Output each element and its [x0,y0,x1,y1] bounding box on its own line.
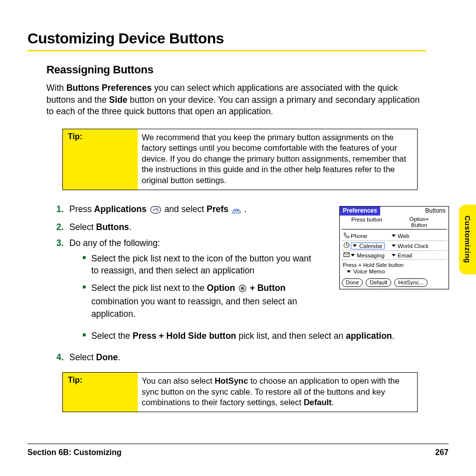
palm-picklist-web[interactable]: Web [392,233,447,239]
step-number: 3. [56,237,69,325]
chevron-down-icon [351,254,355,256]
text: . [242,204,247,214]
palm-done-button[interactable]: Done [342,278,363,287]
step-2: 2. Select Buttons. [56,221,316,234]
step-body: Select Done. [69,351,421,364]
sub-bullet-3-wrap: ■ Select the Press + Hold Side button pi… [69,327,421,347]
text: . [118,352,120,362]
svg-point-1 [156,208,157,209]
sub-bullet-2: ■ Select the pick list next to the Optio… [82,282,316,320]
tip-box-1: Tip: We recommend that you keep the prim… [62,129,418,190]
svg-point-5 [241,287,244,290]
page-footer: Section 6B: Customizing 267 [27,448,449,457]
text: With [46,83,66,93]
text-bold: Option [207,283,235,293]
title-separator [27,50,426,51]
palm-row-messaging: Messaging Email [342,251,447,260]
step-number: 2. [56,221,69,234]
step-1: 1. Press Applications and select Prefs . [56,203,316,217]
palm-header: Preferences Buttons [340,207,449,216]
sub-bullet-1: ■ Select the pick list next to the icon … [82,252,316,277]
text-bold: application [346,331,392,341]
bullet-body: Select the Press + Hold Side button pick… [91,330,421,342]
sub-bullets: ■ Select the pick list next to the icon … [82,252,316,320]
step-3: 3. Do any of the following: ■ Select the… [56,237,316,325]
text: Do any of the following: [69,238,160,248]
palm-picklist-phone[interactable]: Phone [351,233,392,239]
palm-picklist-worldclock[interactable]: World Clock [392,243,447,249]
tip-label: Tip: [63,129,138,190]
prefs-icon [232,205,241,217]
footer-section: Section 6B: Customizing [27,448,121,457]
palm-picklist-email[interactable]: Email [392,252,447,258]
intro-paragraph: With Buttons Preferences you can select … [46,82,426,118]
bullet-body: Select the pick list next to the icon of… [91,252,316,277]
text-bold: Side [109,95,128,105]
applications-icon [150,205,161,217]
palm-side-button-label: Press + Hold Side button [343,262,447,268]
chevron-down-icon [392,235,396,237]
palm-default-button[interactable]: Default [366,278,391,287]
page-title: Customizing Device Buttons [27,30,426,47]
text: Select [69,222,96,232]
step-body: Do any of the following: ■ Select the pi… [69,237,316,325]
step-number: 4. [56,351,69,364]
bullet-icon: ■ [82,330,91,342]
text: Select the [91,331,133,341]
step-4: 4. Select Done. [56,351,421,364]
chevron-down-icon [347,270,351,273]
text: . [129,222,132,232]
palm-picklist-calendar-selected[interactable]: Calendar [351,242,385,249]
chevron-down-icon [392,244,396,247]
palm-column-headers: Press button Option+Button [342,217,447,230]
text-bold: Buttons Preferences [66,83,152,93]
calendar-icon [342,242,351,249]
mail-icon [342,252,351,258]
text-bold: Press + Hold Side button [133,331,237,341]
footer-page-number: 267 [435,448,449,457]
phone-icon [342,232,351,239]
chevron-down-icon [392,254,396,256]
text: . [332,398,334,407]
svg-rect-2 [235,210,236,211]
text: . [392,331,395,341]
steps-list-part1: 1. Press Applications and select Prefs .… [56,203,316,325]
col-header-option: Option+Button [392,217,447,228]
palm-preferences-screenshot: Preferences Buttons Press button Option+… [339,206,449,289]
text: pick list, and then select an [236,331,346,341]
tip-box-2: Tip: You can also select HotSync to choo… [62,372,418,412]
text-bold: Buttons [96,222,129,232]
text: You can also select [142,376,215,385]
step-body: Press Applications and select Prefs . [69,203,316,217]
tip-body: We recommend that you keep the primary b… [138,129,417,190]
palm-title: Preferences [340,207,380,216]
side-tab-customizing: Customizing [459,205,476,274]
text: Select [69,352,96,362]
palm-row-phone: Phone Web [342,231,447,241]
steps-list-part2: ■ Select the Press + Hold Side button pi… [56,327,421,363]
step-body: Select Buttons. [69,221,316,234]
step-number: 1. [56,203,69,217]
text-bold: Prefs [207,204,229,214]
palm-picklist-messaging[interactable]: Messaging [351,252,392,258]
palm-hotsync-button[interactable]: HotSync... [394,278,428,287]
bullet-body: Select the pick list next to the Option … [91,282,316,320]
text-bold: Default [304,398,332,407]
text: Press [69,204,94,214]
palm-button-row: Done Default HotSync... [340,278,449,289]
svg-rect-3 [237,210,238,211]
text-bold: Done [96,352,118,362]
footer-separator [27,444,449,444]
palm-row-calendar: Calendar World Clock [342,241,447,251]
palm-category[interactable]: Buttons [380,207,449,216]
chevron-down-icon [353,244,357,247]
option-key-icon [238,283,246,296]
text: combination you want to reassign, and th… [91,296,297,319]
text-bold: HotSync [215,376,248,385]
tip-body: You can also select HotSync to choose an… [138,373,417,412]
svg-rect-0 [150,207,161,214]
text-bold: + Button [250,283,285,293]
svg-line-8 [346,245,348,246]
palm-picklist-sidebutton[interactable]: Voice Memo [347,268,447,274]
sub-bullet-3: ■ Select the Press + Hold Side button pi… [82,330,421,342]
